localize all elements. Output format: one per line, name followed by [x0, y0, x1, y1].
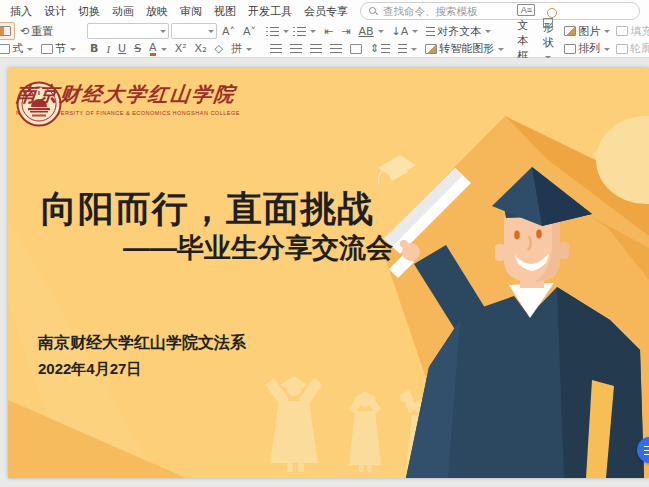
menu-review[interactable]: 审阅	[174, 0, 208, 22]
text-box-icon: A≡	[517, 4, 535, 16]
fill-button: 填充	[613, 23, 649, 39]
picture-arrange-stack: 图片 排列	[561, 22, 613, 57]
font-group: A˄ A˅ B I U S A X² X₂ ◇ 拼	[85, 22, 261, 57]
slide-canvas[interactable]: 南京财经大学红山学院 NANJING UNIVERSITY OF FINANCE…	[8, 68, 649, 478]
reset-button[interactable]: ⟲重置	[17, 23, 56, 39]
justify-button[interactable]	[327, 41, 345, 57]
slide-subtitle[interactable]: ——毕业生分享交流会	[41, 230, 393, 266]
ribbon-toolbar: ⟲重置 式 节 A˄ A˅ B I U S A X² X₂ ◇ 拼	[0, 22, 649, 58]
bullet-list-button[interactable]	[267, 23, 292, 39]
slide-illustration	[8, 68, 649, 478]
arrange-icon	[564, 44, 576, 54]
justify-icon	[330, 44, 342, 53]
menu-member[interactable]: 会员专享	[298, 0, 354, 22]
align-left-button[interactable]	[267, 41, 285, 57]
new-slide-button[interactable]	[0, 22, 15, 40]
menu-developer[interactable]: 开发工具	[242, 0, 298, 22]
line-spacing-button[interactable]: ⇕	[367, 41, 393, 57]
align-right-button[interactable]	[307, 41, 325, 57]
search-input[interactable]	[381, 4, 631, 18]
grow-font-button[interactable]: A˄	[219, 23, 238, 39]
menu-view[interactable]: 视图	[208, 0, 242, 22]
paragraph-spacing-button[interactable]	[395, 41, 420, 57]
section-icon	[41, 44, 53, 54]
slide-group: ⟲重置 式 节	[0, 22, 81, 57]
smartart-button[interactable]: 转智能图形	[422, 41, 507, 57]
distribute-icon	[350, 44, 362, 54]
smartart-icon	[425, 44, 437, 54]
numbered-list-icon	[297, 27, 306, 36]
menu-insert[interactable]: 插入	[4, 0, 38, 22]
align-left-icon	[270, 44, 282, 53]
font-color-button[interactable]: A	[146, 41, 170, 57]
numbered-list-button[interactable]	[294, 23, 319, 39]
picture-icon	[564, 26, 576, 36]
clear-format-button[interactable]: ◇	[212, 41, 226, 57]
text-box-button[interactable]: A≡ 文本框	[513, 22, 539, 57]
arrange-button[interactable]: 排列	[561, 41, 613, 57]
slide-workspace: 南京财经大学红山学院 NANJING UNIVERSITY OF FINANCE…	[0, 58, 649, 487]
strikethrough-button[interactable]: S	[131, 41, 144, 57]
slide-date[interactable]: 2022年4月27日	[38, 360, 141, 379]
layout-icon	[0, 44, 10, 54]
picture-button[interactable]: 图片	[561, 23, 613, 39]
slide-department[interactable]: 南京财经大学红山学院文法系	[38, 333, 246, 354]
section-button[interactable]: 节	[38, 41, 79, 57]
align-center-icon	[290, 44, 302, 53]
outline-icon	[616, 44, 628, 54]
pinyin-guide-button[interactable]: 拼	[228, 41, 255, 57]
search-icon	[369, 7, 377, 15]
decrease-indent-button[interactable]: ⇤	[321, 23, 336, 39]
menu-transitions[interactable]: 切换	[72, 0, 106, 22]
school-name: 南京财经大学红山学院	[15, 81, 242, 108]
command-search[interactable]	[360, 2, 640, 20]
distribute-button[interactable]	[347, 41, 365, 57]
subscript-button[interactable]: X₂	[192, 41, 210, 57]
font-size-select[interactable]	[171, 23, 217, 39]
paragraph-group: ⇤ ⇥ AB ↓A 对齐文本 ⇕ 转智能图形	[265, 22, 509, 57]
align-text-icon	[426, 27, 435, 36]
school-logo: 南京财经大学红山学院 NANJING UNIVERSITY OF FINANCE…	[16, 81, 240, 116]
outline-button: 轮廓	[613, 41, 649, 57]
text-direction-button[interactable]: ↓A	[389, 23, 422, 39]
silhouette-2	[349, 391, 381, 472]
slide-icon	[0, 26, 11, 36]
bullet-list-icon	[270, 27, 279, 36]
italic-button[interactable]: I	[103, 41, 113, 57]
layout-button[interactable]: 式	[0, 41, 36, 57]
fill-icon	[616, 26, 628, 36]
font-name-select[interactable]	[87, 23, 169, 39]
align-center-button[interactable]	[287, 41, 305, 57]
menu-animation[interactable]: 动画	[106, 0, 140, 22]
menu-slideshow[interactable]: 放映	[140, 0, 174, 22]
increase-indent-button[interactable]: ⇥	[338, 23, 353, 39]
align-right-icon	[310, 44, 322, 53]
align-text-button[interactable]: 对齐文本	[423, 23, 494, 39]
superscript-button[interactable]: X²	[172, 41, 190, 57]
line-spacing-icon	[381, 44, 390, 53]
slide-title[interactable]: 向阳而行，直面挑战	[41, 185, 374, 234]
shrink-font-button[interactable]: A˅	[240, 23, 259, 39]
shapes-button[interactable]: 形状	[539, 22, 561, 57]
menu-design[interactable]: 设计	[38, 0, 72, 22]
underline-button[interactable]: U	[115, 41, 129, 57]
assistant-menu-icon	[644, 446, 649, 455]
bold-button[interactable]: B	[87, 41, 101, 57]
fill-outline-stack: 填充 轮廓	[613, 22, 649, 57]
paragraph-spacing-icon	[398, 44, 407, 53]
reset-icon: ⟲	[20, 25, 29, 38]
char-direction-button[interactable]: AB	[356, 23, 387, 39]
